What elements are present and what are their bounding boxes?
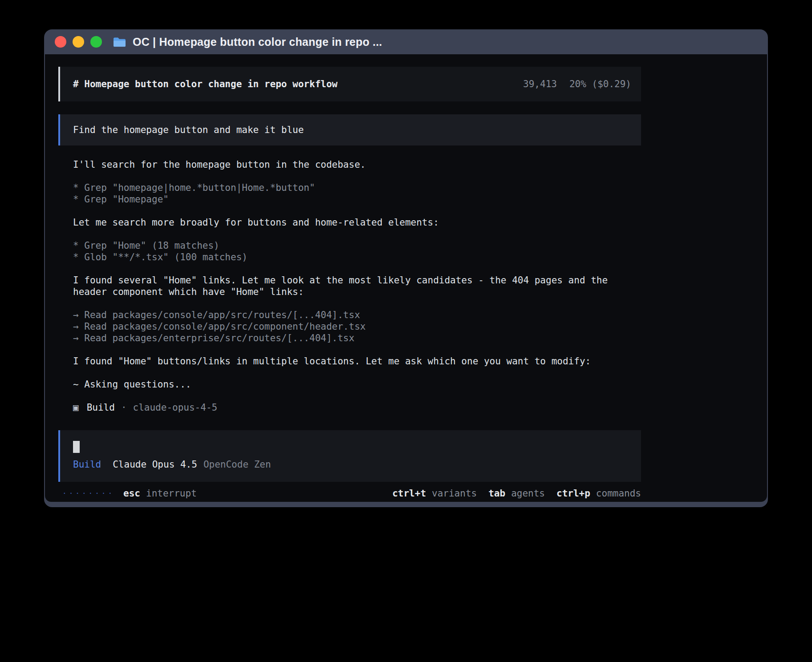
- shortcut-key: ctrl+t: [392, 487, 426, 500]
- minimize-button[interactable]: [73, 36, 84, 48]
- context-usage: 20% ($0.29): [569, 79, 631, 89]
- shortcut-label: agents: [511, 487, 545, 500]
- session-header: # Homepage button color change in repo w…: [58, 67, 641, 101]
- tool-call-read: → Read packages/console/app/src/componen…: [73, 321, 641, 332]
- shortcut-interrupt: esc interrupt: [123, 487, 197, 500]
- shortcut-label: commands: [596, 487, 641, 500]
- shortcut-agents: tab agents: [488, 487, 545, 500]
- status-bar: ········ esc interrupt ctrl+t variants t…: [58, 487, 641, 500]
- shortcut-label: interrupt: [146, 487, 197, 500]
- traffic-lights: [55, 36, 102, 48]
- terminal-content: # Homepage button color change in repo w…: [45, 54, 767, 502]
- agent-square-icon: ▣: [73, 402, 79, 413]
- spinner-dots-icon: ········: [62, 487, 114, 500]
- agent-model: claude-opus-4-5: [133, 402, 218, 413]
- shortcut-key: esc: [123, 487, 140, 500]
- model-provider: OpenCode Zen: [203, 459, 271, 470]
- shortcut-commands: ctrl+p commands: [556, 487, 641, 500]
- agent-status-line: ▣ Build · claude-opus-4-5: [73, 402, 641, 413]
- assistant-text: I found "Home" buttons/links in multiple…: [73, 355, 641, 367]
- shortcut-label: variants: [432, 487, 477, 500]
- close-button[interactable]: [55, 36, 66, 48]
- window-titlebar: OC | Homepage button color change in rep…: [45, 29, 767, 54]
- tool-call-grep: * Grep "homepage|home.*button|Home.*butt…: [73, 182, 641, 194]
- tool-call-grep: * Grep "Homepage": [73, 194, 641, 205]
- token-count: 39,413: [523, 79, 557, 89]
- session-title: # Homepage button color change in repo w…: [73, 79, 337, 89]
- user-message-text: Find the homepage button and make it blu…: [73, 125, 304, 135]
- assistant-text: I'll search for the homepage button in t…: [73, 159, 641, 170]
- window-title: OC | Homepage button color change in rep…: [133, 36, 382, 48]
- zoom-button[interactable]: [90, 36, 102, 48]
- assistant-transcript: I'll search for the homepage button in t…: [58, 145, 641, 413]
- user-message: Find the homepage button and make it blu…: [58, 114, 641, 145]
- model-bar: Build Claude Opus 4.5 OpenCode Zen: [73, 459, 631, 470]
- tool-call-grep: * Grep "Home" (18 matches): [73, 240, 641, 251]
- shortcut-hints: ctrl+t variants tab agents ctrl+p comman…: [392, 487, 641, 500]
- assistant-text: Let me search more broadly for buttons a…: [73, 217, 641, 228]
- separator-dot: ·: [121, 402, 127, 413]
- assistant-text: I found several "Home" links. Let me loo…: [73, 274, 641, 298]
- text-cursor: [73, 441, 80, 453]
- session-stats: 39,413 20% ($0.29): [523, 79, 631, 89]
- tool-call-read: → Read packages/enterprise/src/routes/[.…: [73, 332, 641, 344]
- status-asking-questions: ~ Asking questions...: [73, 379, 641, 390]
- folder-icon: [113, 36, 126, 48]
- prompt-input[interactable]: Build Claude Opus 4.5 OpenCode Zen: [58, 430, 641, 482]
- tool-call-read: → Read packages/console/app/src/routes/[…: [73, 309, 641, 321]
- active-model-name: Claude Opus 4.5: [113, 459, 197, 470]
- shortcut-variants: ctrl+t variants: [392, 487, 477, 500]
- shortcut-key: ctrl+p: [556, 487, 590, 500]
- active-agent-label: Build: [73, 459, 101, 470]
- tool-call-glob: * Glob "**/*.tsx" (100 matches): [73, 251, 641, 263]
- agent-name: Build: [87, 402, 115, 413]
- shortcut-key: tab: [488, 487, 505, 500]
- terminal-window: OC | Homepage button color change in rep…: [44, 29, 768, 507]
